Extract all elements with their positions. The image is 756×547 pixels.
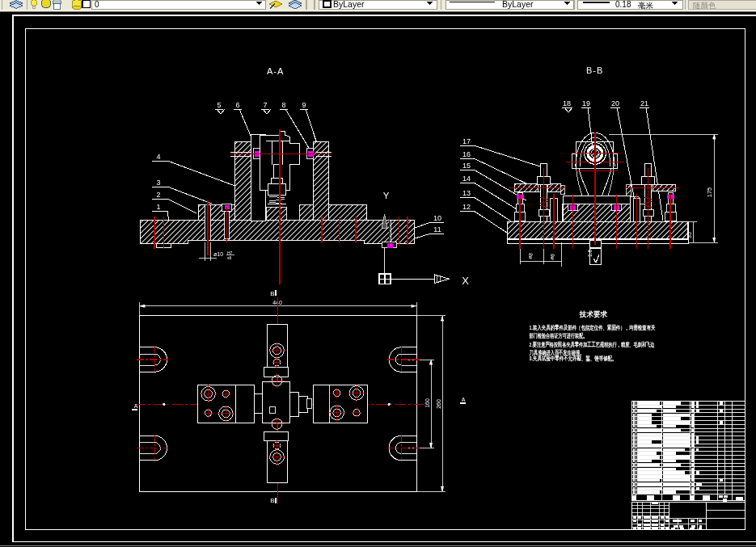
svg-text:1: 1 [156, 203, 160, 211]
svg-text:毫米: 毫米 [638, 1, 654, 10]
svg-text:2.要注意严格按照各夹具零件加工工艺规程执行，精度、毛刺和飞: 2.要注意严格按照各夹具零件加工工艺规程执行，精度、毛刺和飞边 [530, 341, 656, 348]
svg-text:技术要求: 技术要求 [579, 310, 608, 318]
svg-text:s6: s6 [227, 255, 232, 260]
svg-text:4: 4 [156, 153, 160, 161]
svg-text:7: 7 [263, 101, 267, 109]
svg-text:17: 17 [462, 137, 471, 145]
svg-text:3.夹具试验中零件不允许敲、錾、锉等修配。: 3.夹具试验中零件不允许敲、錾、锉等修配。 [530, 355, 617, 362]
svg-text:Y: Y [383, 191, 390, 200]
svg-text:A: A [134, 403, 138, 409]
svg-text:ø10: ø10 [213, 251, 223, 257]
svg-text:3: 3 [156, 179, 160, 187]
svg-text:16: 16 [462, 150, 471, 158]
svg-text:ByLayer: ByLayer [333, 0, 365, 9]
svg-text:B-B: B-B [586, 65, 603, 75]
svg-text:随颜色: 随颜色 [693, 1, 716, 10]
svg-text:2: 2 [156, 191, 160, 199]
svg-text:0.18: 0.18 [615, 0, 631, 9]
svg-text:部门检验合格证方可进行装配。: 部门检验合格证方可进行装配。 [530, 332, 588, 339]
svg-text:18: 18 [563, 99, 571, 107]
svg-text:9: 9 [302, 101, 306, 109]
svg-text:175: 175 [706, 187, 713, 198]
svg-text:B: B [270, 497, 274, 504]
svg-text:X: X [462, 275, 469, 287]
svg-text:ByLayer: ByLayer [502, 0, 534, 9]
svg-text:1.装入夹具的零件及部件（包括定位件、紧固件），均需检查有关: 1.装入夹具的零件及部件（包括定位件、紧固件），均需检查有关 [530, 324, 657, 331]
svg-text:A: A [462, 397, 466, 402]
svg-text:6: 6 [235, 101, 239, 109]
svg-text:B: B [270, 290, 274, 297]
svg-text:10: 10 [433, 214, 441, 222]
svg-text:A-A: A-A [267, 66, 284, 76]
svg-text:11: 11 [433, 225, 441, 234]
svg-text:260: 260 [436, 399, 441, 409]
svg-text:5: 5 [217, 101, 221, 109]
svg-text:13: 13 [462, 189, 471, 197]
svg-text:1.6: 1.6 [587, 250, 593, 257]
svg-text:H7: H7 [227, 250, 233, 255]
svg-text:12: 12 [462, 203, 471, 211]
svg-text:35: 35 [686, 232, 692, 238]
svg-text:14: 14 [462, 175, 471, 183]
svg-text:160: 160 [424, 398, 430, 408]
svg-text:20: 20 [611, 99, 619, 107]
svg-text:8: 8 [281, 101, 285, 109]
svg-text:15: 15 [462, 162, 471, 170]
svg-text:21: 21 [640, 99, 648, 107]
svg-text:19: 19 [582, 99, 590, 107]
svg-text:0: 0 [95, 0, 99, 9]
